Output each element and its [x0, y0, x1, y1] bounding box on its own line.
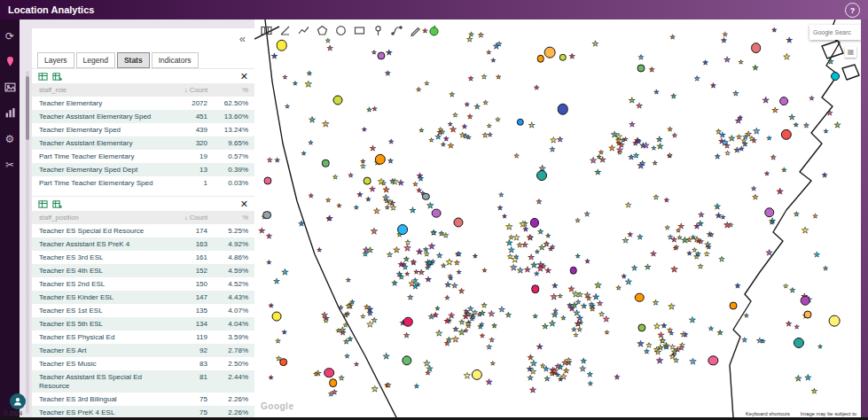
map-attribution: Keyboard shortcuts Image may be subject …	[741, 409, 861, 417]
column-percent[interactable]: %	[207, 86, 248, 94]
column-count[interactable]: ↓Count	[163, 86, 207, 94]
route-icon[interactable]	[391, 25, 403, 36]
star-marker: ★	[481, 302, 488, 309]
star-marker: ★	[465, 321, 471, 327]
column-count[interactable]: ↓Count	[163, 214, 207, 222]
table-row[interactable]: Teacher ES 3rd Bilingual752.26%	[32, 393, 254, 406]
table-view-icon[interactable]	[38, 72, 48, 82]
star-marker: ★	[637, 234, 643, 241]
table-view-icon[interactable]	[38, 199, 48, 209]
table-row[interactable]: Teacher Assistant Elementary Sped45113.6…	[32, 110, 254, 123]
table-row[interactable]: Teacher Elementary Sped Dept130.39%	[32, 163, 254, 176]
star-marker: ★	[595, 168, 601, 175]
tab-legend[interactable]: Legend	[76, 52, 115, 68]
star-marker: ★	[498, 305, 505, 313]
table-row[interactable]: Part Time Teacher Elementary190.57%	[32, 150, 254, 163]
row-percent: 2.26%	[207, 408, 248, 417]
column-field[interactable]: staff_role	[39, 86, 163, 94]
column-percent[interactable]: %	[207, 214, 248, 222]
star-marker: ★	[569, 53, 575, 60]
star-marker: ★	[514, 153, 520, 159]
table-row[interactable]: Teacher ES Art922.78%	[32, 344, 254, 357]
collapse-panel-icon[interactable]: «	[239, 34, 246, 44]
table-row[interactable]: Teacher ES PreK 4 ESL752.26%	[32, 406, 254, 417]
circle-marker	[531, 284, 540, 293]
table-row[interactable]: Teacher ES Physical Ed1193.59%	[32, 331, 254, 344]
table-row[interactable]: Teacher ES Kinder ESL1474.43%	[32, 291, 254, 304]
tab-layers[interactable]: Layers	[37, 52, 74, 68]
refresh-icon[interactable]: ⟳	[4, 30, 16, 43]
table-row[interactable]: Part Time Teacher Elementary Sped10.03%	[32, 176, 254, 190]
settings-gear-icon[interactable]: ⚙	[4, 133, 16, 145]
star-marker: ★	[721, 37, 727, 44]
sort-desc-icon: ↓	[184, 86, 188, 94]
export-table-icon[interactable]	[52, 72, 62, 82]
table-row[interactable]: Teacher Assistant ES PreK 41634.92%	[32, 237, 254, 251]
star-marker: ★	[571, 300, 578, 308]
map[interactable]: ★★★★★★★★★★★★★★★★★★★★★★★★★★★★★★★★★★★★★★★★…	[254, 19, 861, 417]
table-row[interactable]: Teacher ES 2nd ESL1504.52%	[32, 277, 254, 291]
table-row[interactable]: Teacher ES Music832.50%	[32, 357, 254, 370]
star-marker: ★	[259, 227, 266, 234]
rectangle-draw-icon[interactable]	[354, 25, 365, 36]
circle-draw-icon[interactable]	[335, 25, 347, 36]
table-row[interactable]: Teacher ES 5th ESL1344.04%	[32, 317, 254, 331]
panel-scrollbar[interactable]	[26, 71, 29, 414]
basemap-toggle-icon[interactable]	[261, 25, 272, 36]
pin-drop-icon[interactable]	[372, 25, 384, 36]
star-marker: ★	[371, 228, 378, 236]
star-marker: ★	[366, 105, 371, 112]
scrollbar-thumb[interactable]	[26, 76, 29, 140]
table-row[interactable]: Teacher Assistant Elementary3209.65%	[32, 136, 254, 150]
basemap-icon[interactable]	[4, 82, 16, 94]
table-row[interactable]: Teacher ES 1st ESL1354.07%	[32, 304, 254, 317]
table-row[interactable]: Teacher ES 3rd ESL1614.86%	[32, 251, 254, 264]
export-table-icon[interactable]	[52, 199, 62, 209]
support-avatar[interactable]	[10, 393, 26, 409]
circle-marker	[793, 338, 803, 348]
star-marker: ★	[343, 338, 349, 346]
star-marker: ★	[753, 128, 760, 136]
count-label: Count	[190, 214, 207, 222]
keyboard-shortcuts-link[interactable]: Keyboard shortcuts	[746, 411, 790, 416]
measure-icon[interactable]	[279, 25, 291, 36]
tab-stats[interactable]: Stats	[117, 52, 150, 68]
help-button[interactable]: ?	[845, 3, 860, 18]
column-field[interactable]: staff_position	[39, 214, 163, 222]
row-label: Teacher ES PreK 4 ESL	[39, 408, 163, 417]
close-icon[interactable]: ✕	[240, 199, 248, 209]
apple-marker-icon[interactable]	[428, 25, 440, 36]
star-marker: ★	[823, 266, 828, 272]
table-body: Teacher ES Special Ed Resource1745.25%Te…	[32, 224, 254, 417]
table-row[interactable]: Teacher ES 4th ESL1524.59%	[32, 264, 254, 277]
clip-tools-icon[interactable]: ✂	[4, 159, 16, 171]
tab-indicators[interactable]: Indicators	[152, 52, 199, 68]
close-icon[interactable]: ✕	[240, 72, 248, 82]
table-row[interactable]: Teacher ES Special Ed Resource1745.25%	[32, 224, 254, 237]
row-percent: 0.57%	[207, 152, 248, 161]
star-marker: ★	[783, 284, 788, 290]
star-marker: ★	[436, 253, 442, 260]
charts-icon[interactable]	[4, 107, 16, 120]
map-layers-mini-button[interactable]: ▦	[845, 46, 856, 58]
star-marker: ★	[457, 269, 462, 275]
star-marker: ★	[708, 231, 714, 237]
star-marker: ★	[698, 264, 704, 270]
star-marker: ★	[528, 121, 536, 128]
star-marker: ★	[536, 265, 543, 273]
star-marker: ★	[762, 97, 769, 105]
marker-tool-icon[interactable]	[4, 56, 16, 68]
star-marker: ★	[435, 134, 442, 141]
star-marker: ★	[751, 138, 756, 144]
star-marker: ★	[357, 191, 364, 198]
row-label: Teacher ES 1st ESL	[39, 307, 163, 315]
line-chart-icon[interactable]	[298, 25, 309, 36]
star-marker: ★	[527, 234, 533, 241]
table-row[interactable]: Teacher Assistant ES Special Ed Resource…	[32, 370, 254, 393]
star-marker: ★	[589, 302, 594, 308]
polygon-draw-icon[interactable]	[317, 25, 328, 36]
map-search-box[interactable]: Google Searc	[809, 25, 861, 40]
table-row[interactable]: Teacher Elementary Sped43913.24%	[32, 123, 254, 136]
table-row[interactable]: Teacher Elementary207262.50%	[32, 97, 254, 110]
pencil-icon[interactable]	[410, 25, 421, 36]
